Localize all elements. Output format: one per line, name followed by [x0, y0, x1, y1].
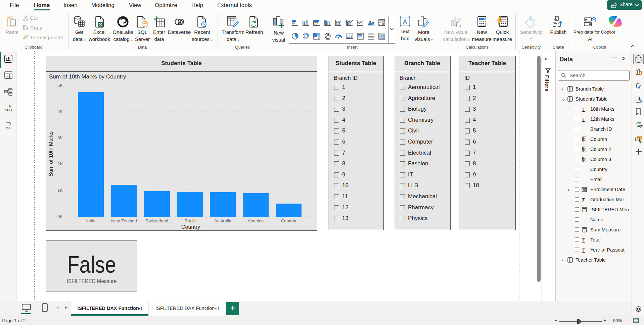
- svg-text:123: 123: [347, 35, 352, 38]
- svg-text:x: x: [585, 140, 587, 142]
- svg-text:x: x: [585, 150, 587, 152]
- svg-text:x: x: [585, 160, 587, 162]
- svg-text:A: A: [403, 18, 407, 25]
- svg-text:x: x: [459, 23, 461, 28]
- svg-text:DAX: DAX: [5, 109, 10, 112]
- svg-text:TMDL: TMDL: [4, 126, 11, 129]
